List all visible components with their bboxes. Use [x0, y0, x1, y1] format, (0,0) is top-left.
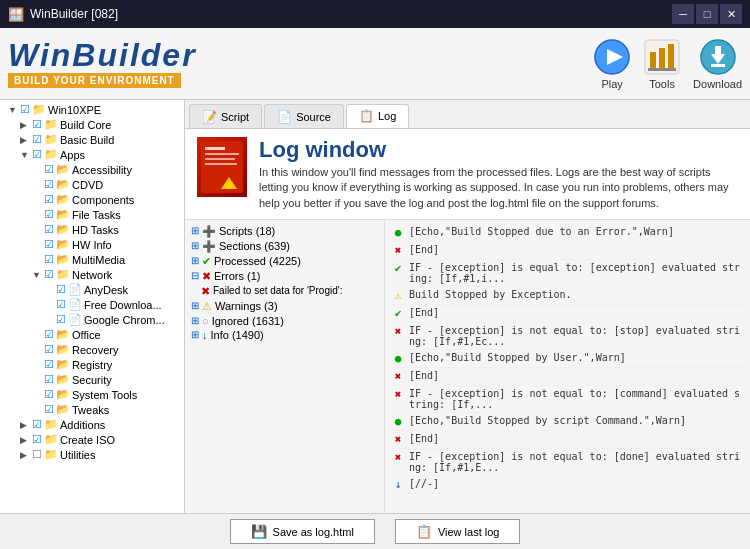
- check-icon: ☑: [44, 223, 54, 236]
- tabs-bar: 📝 Script 📄 Source 📋 Log: [185, 100, 750, 129]
- folder-icon: 📂: [56, 208, 70, 221]
- folder-icon: 📁: [56, 268, 70, 281]
- sidebar-item-createiso[interactable]: ▶ ☑ 📁 Create ISO: [0, 432, 184, 447]
- log-right-entry-3[interactable]: ✔ IF - [exception] is equal to: [excepti…: [389, 260, 746, 287]
- check-icon: ☑: [32, 418, 42, 431]
- sidebar-item-win10xpe[interactable]: ▼ ☑ 📁 Win10XPE: [0, 102, 184, 117]
- sidebar-item-file-tasks[interactable]: ☑ 📂 File Tasks: [0, 207, 184, 222]
- sidebar-item-security[interactable]: ☑ 📂 Security: [0, 372, 184, 387]
- log-header: Log window In this window you'll find me…: [185, 129, 750, 220]
- check-icon: ☑: [44, 208, 54, 221]
- sidebar[interactable]: ▼ ☑ 📁 Win10XPE ▶ ☑ 📁 Build Core ▶ ☑ 📁 Ba…: [0, 100, 185, 513]
- svg-rect-4: [659, 48, 665, 68]
- tab-label: Source: [296, 111, 331, 123]
- sidebar-item-components[interactable]: ☑ 📂 Components: [0, 192, 184, 207]
- save-log-button[interactable]: 💾 Save as log.html: [230, 519, 375, 544]
- log-right-entry-10[interactable]: ● [Echo,"Build Stopped by script Command…: [389, 413, 746, 431]
- log-entry-ignored[interactable]: ⊞ ○ Ignored (1631): [189, 314, 380, 328]
- sidebar-item-additions[interactable]: ▶ ☑ 📁 Additions: [0, 417, 184, 432]
- entry-icon: ➕: [202, 225, 216, 238]
- maximize-button[interactable]: □: [696, 4, 718, 24]
- sidebar-item-office[interactable]: ☑ 📂 Office: [0, 327, 184, 342]
- log-right-entry-7[interactable]: ● [Echo,"Build Stopped by User.",Warn]: [389, 350, 746, 368]
- sidebar-item-accessibility[interactable]: ☑ 📂 Accessibility: [0, 162, 184, 177]
- log-header-text: Log window In this window you'll find me…: [259, 137, 738, 211]
- svg-rect-5: [668, 44, 674, 68]
- log-right-entry-11[interactable]: ✖ [End]: [389, 431, 746, 449]
- log-right-entry-6[interactable]: ✖ IF - [exception] is not equal to: [sto…: [389, 323, 746, 350]
- folder-icon: 📂: [56, 223, 70, 236]
- sidebar-item-hd-tasks[interactable]: ☑ 📂 HD Tasks: [0, 222, 184, 237]
- svg-rect-15: [205, 163, 237, 165]
- play-button[interactable]: Play: [593, 38, 631, 90]
- app-icon: 🪟: [8, 7, 24, 22]
- log-right-entry-12[interactable]: ✖ IF - [exception] is not equal to: [don…: [389, 449, 746, 476]
- log-entry-info[interactable]: ⊞ ↓ Info (1490): [189, 328, 380, 342]
- expand-icon: ⊟: [191, 270, 199, 281]
- sidebar-item-cdvd[interactable]: ☑ 📂 CDVD: [0, 177, 184, 192]
- log-right-entry-9[interactable]: ✖ IF - [exception] is not equal to: [com…: [389, 386, 746, 413]
- sidebar-item-freedownload[interactable]: ☑ 📄 Free Downloa...: [0, 297, 184, 312]
- log-right-entry-5[interactable]: ✔ [End]: [389, 305, 746, 323]
- folder-icon: 📁: [32, 103, 46, 116]
- down-icon: ↓: [391, 478, 405, 491]
- log-window-title: Log window: [259, 137, 738, 163]
- sidebar-item-basic-build[interactable]: ▶ ☑ 📁 Basic Build: [0, 132, 184, 147]
- toolbar-buttons: Play Tools: [593, 38, 742, 90]
- check-icon: ☑: [44, 328, 54, 341]
- sidebar-label: Free Downloa...: [84, 299, 162, 311]
- log-right-entry-2[interactable]: ✖ [End]: [389, 242, 746, 260]
- sidebar-label: Accessibility: [72, 164, 132, 176]
- log-image: [197, 137, 247, 197]
- log-entry-errors[interactable]: ⊟ ✖ Errors (1): [189, 269, 380, 284]
- log-right-panel[interactable]: ● [Echo,"Build Stopped due to an Error."…: [385, 220, 750, 513]
- sidebar-label: Utilities: [60, 449, 95, 461]
- sidebar-item-utilities[interactable]: ▶ ☐ 📁 Utilities: [0, 447, 184, 462]
- sidebar-label: Build Core: [60, 119, 111, 131]
- sidebar-item-registry[interactable]: ☑ 📂 Registry: [0, 357, 184, 372]
- check-icon: ☑: [44, 268, 54, 281]
- minimize-button[interactable]: ─: [672, 4, 694, 24]
- expand-icon: ⊞: [191, 329, 199, 340]
- sidebar-item-recovery[interactable]: ☑ 📂 Recovery: [0, 342, 184, 357]
- sidebar-label: CDVD: [72, 179, 103, 191]
- check-icon: ☑: [44, 358, 54, 371]
- check-icon: ☑: [20, 103, 30, 116]
- log-entry-warnings[interactable]: ⊞ ⚠ Warnings (3): [189, 299, 380, 314]
- expand-icon: ▼: [8, 105, 18, 115]
- save-icon: 💾: [251, 524, 267, 539]
- sidebar-item-apps[interactable]: ▼ ☑ 📁 Apps: [0, 147, 184, 162]
- sidebar-item-multimedia[interactable]: ☑ 📂 MultiMedia: [0, 252, 184, 267]
- log-entry-scripts[interactable]: ⊞ ➕ Scripts (18): [189, 224, 380, 239]
- end3-icon: ✖: [391, 433, 405, 446]
- close-button[interactable]: ✕: [720, 4, 742, 24]
- entry-label: Processed (4225): [214, 255, 301, 267]
- sidebar-item-googlechrome[interactable]: ☑ 📄 Google Chrom...: [0, 312, 184, 327]
- log-right-entry-13[interactable]: ↓ [//-]: [389, 476, 746, 494]
- sidebar-item-build-core[interactable]: ▶ ☑ 📁 Build Core: [0, 117, 184, 132]
- sidebar-item-systemtools[interactable]: ☑ 📂 System Tools: [0, 387, 184, 402]
- tab-log[interactable]: 📋 Log: [346, 104, 409, 128]
- log-right-entry-4[interactable]: ⚠ Build Stopped by Exception.: [389, 287, 746, 305]
- content-area: 📝 Script 📄 Source 📋 Log: [185, 100, 750, 513]
- check-icon: ☑: [32, 118, 42, 131]
- view-last-log-button[interactable]: 📋 View last log: [395, 519, 521, 544]
- log-entry-processed[interactable]: ⊞ ✔ Processed (4225): [189, 254, 380, 269]
- log-left-panel[interactable]: ⊞ ➕ Scripts (18) ⊞ ➕ Sections (639) ⊞ ✔ …: [185, 220, 385, 513]
- tab-source[interactable]: 📄 Source: [264, 104, 344, 128]
- log-right-entry-1[interactable]: ● [Echo,"Build Stopped due to an Error."…: [389, 224, 746, 242]
- download-button[interactable]: Download: [693, 38, 742, 90]
- tools-button[interactable]: Tools: [643, 38, 681, 90]
- sidebar-item-network[interactable]: ▼ ☑ 📁 Network: [0, 267, 184, 282]
- if-x2-icon: ✖: [391, 388, 405, 401]
- log-entry-error-sub[interactable]: ✖ Failed to set data for 'Progid':: [189, 284, 380, 299]
- sidebar-item-hw-info[interactable]: ☑ 📂 HW Info: [0, 237, 184, 252]
- tab-script[interactable]: 📝 Script: [189, 104, 262, 128]
- sidebar-item-anydesk[interactable]: ☑ 📄 AnyDesk: [0, 282, 184, 297]
- log-entry-sections[interactable]: ⊞ ➕ Sections (639): [189, 239, 380, 254]
- expand-icon: ⊞: [191, 255, 199, 266]
- sidebar-label: Office: [72, 329, 101, 341]
- sidebar-item-tweaks[interactable]: ☑ 📂 Tweaks: [0, 402, 184, 417]
- check-icon: ☑: [44, 163, 54, 176]
- log-right-entry-8[interactable]: ✖ [End]: [389, 368, 746, 386]
